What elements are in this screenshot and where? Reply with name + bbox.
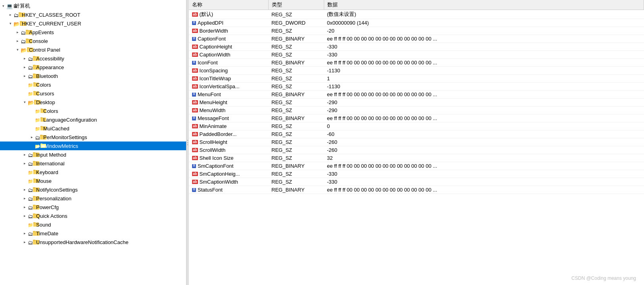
tree-label-notifyiconsettings: NotifyIconSettings (36, 187, 186, 193)
cell-type-13: REG_BINARY (268, 114, 324, 122)
table-row[interactable]: abMenuHeightREG_SZ-290 (189, 99, 644, 107)
tree-item-languageconfiguration[interactable]: LanguageConfiguration (0, 115, 186, 124)
reg-name: ScrollWidth (200, 147, 226, 153)
expand-btn-desktop[interactable]: ▾ (21, 100, 28, 104)
cell-type-19: REG_BINARY (268, 162, 324, 170)
expand-btn-hkey_current_user[interactable]: ▾ (7, 21, 13, 25)
expand-btn-accessibility[interactable]: ▸ (21, 56, 28, 60)
expand-btn-computer[interactable]: ▾ (0, 4, 6, 8)
ab-icon: ab (192, 140, 198, 144)
tree-item-desktop[interactable]: ▾Desktop (0, 98, 186, 107)
table-row[interactable]: ⠿IconFontREG_BINARYee ff ff ff 00 00 00 … (189, 59, 644, 67)
expand-btn-control_panel[interactable]: ▾ (14, 48, 21, 52)
tree-item-powercfg[interactable]: ▸PowerCfg (0, 203, 186, 211)
ab-icon: ab (192, 68, 198, 73)
table-row[interactable]: abMenuWidthREG_SZ-290 (189, 107, 644, 114)
cell-name-2: abBorderWidth (189, 27, 268, 35)
tree-item-accessibility[interactable]: ▸Accessibility (0, 54, 186, 63)
tree-item-international[interactable]: ▸International (0, 159, 186, 168)
expand-btn-unsupported[interactable]: ▸ (21, 240, 28, 244)
tree-label-sound: Sound (36, 222, 186, 228)
expand-btn-timedate[interactable]: ▸ (21, 231, 28, 235)
expand-btn-console[interactable]: ▸ (14, 39, 21, 43)
folder-icon-console (21, 38, 28, 45)
expand-btn-permonitorsettings[interactable]: ▸ (29, 135, 35, 139)
table-row[interactable]: abSmCaptionHeig...REG_SZ-330 (189, 170, 644, 178)
tree-item-muicached[interactable]: MuiCached (0, 124, 186, 133)
tree-item-notifyiconsettings[interactable]: ▸NotifyIconSettings (0, 185, 186, 194)
tree-item-bluetooth[interactable]: ▸Bluetooth (0, 72, 186, 80)
table-row[interactable]: abCaptionHeightREG_SZ-330 (189, 43, 644, 51)
folder-icon-cursors (28, 91, 35, 97)
tree-item-cursors[interactable]: Cursors (0, 89, 186, 98)
table-row[interactable]: abBorderWidthREG_SZ-20 (189, 27, 644, 35)
tree-item-control_panel[interactable]: ▾Control Panel (0, 45, 186, 54)
folder-icon-permonitorsettings (35, 134, 42, 141)
tree-item-permonitorsettings[interactable]: ▸PerMonitorSettings (0, 133, 186, 142)
cell-data-9: -1130 (324, 83, 644, 91)
tree-item-sound[interactable]: Sound (0, 220, 186, 229)
expand-btn-appearance[interactable]: ▸ (21, 65, 28, 69)
ab-icon: ab (192, 12, 198, 17)
tree-item-colors[interactable]: Colors (0, 80, 186, 89)
expand-btn-hkey_classes_root[interactable]: ▸ (7, 13, 13, 17)
tree-item-mouse[interactable]: Mouse (0, 176, 186, 185)
reg-name: SmCaptionWidth (200, 179, 238, 185)
tree-item-quick_actions[interactable]: ▸Quick Actions (0, 211, 186, 220)
col-type: 类型 (268, 0, 324, 10)
tree-label-muicached: MuiCached (43, 126, 186, 132)
tree-item-timedate[interactable]: ▸TimeDate (0, 229, 186, 238)
table-row[interactable]: ⠿StatusFontREG_BINARYee ff ff ff 00 00 0… (189, 186, 644, 194)
table-row[interactable]: abScrollHeightREG_SZ-260 (189, 138, 644, 146)
table-row[interactable]: abScrollWidthREG_SZ-260 (189, 146, 644, 154)
table-row[interactable]: ⠿MenuFontREG_BINARYee ff ff ff 00 00 00 … (189, 91, 644, 99)
tree-item-hkey_current_user[interactable]: ▾HKEY_CURRENT_USER (0, 19, 186, 28)
table-row[interactable]: abShell Icon SizeREG_SZ32 (189, 154, 644, 162)
tree-item-unsupported[interactable]: ▸UnsupportedHardwareNotificationCache (0, 238, 186, 246)
tree-item-keyboard[interactable]: Keyboard (0, 168, 186, 176)
table-row[interactable]: ⠿AppliedDPIREG_DWORD0x00000090 (144) (189, 19, 644, 27)
tree-label-timedate: TimeDate (36, 231, 186, 237)
tree-item-colors2[interactable]: Colors (0, 107, 186, 115)
expand-btn-bluetooth[interactable]: ▸ (21, 74, 28, 78)
table-row[interactable]: abIconTitleWrapREG_SZ1 (189, 75, 644, 83)
expand-btn-input_method[interactable]: ▸ (21, 153, 28, 157)
expand-btn-appevents[interactable]: ▸ (14, 30, 21, 34)
ab-icon: ab (192, 156, 198, 160)
expand-btn-international[interactable]: ▸ (21, 161, 28, 165)
expand-btn-personalization[interactable]: ▸ (21, 196, 28, 200)
folder-icon-bluetooth (28, 73, 35, 79)
tree-item-input_method[interactable]: ▸Input Method (0, 150, 186, 159)
table-row[interactable]: abIconSpacingREG_SZ-1130 (189, 67, 644, 75)
expand-btn-powercfg[interactable]: ▸ (21, 205, 28, 209)
folder-icon-personalization (28, 195, 35, 202)
cell-data-18: 32 (324, 154, 644, 162)
table-row[interactable]: ab(默认)REG_SZ(数值未设置) (189, 10, 644, 19)
table-row[interactable]: abPaddedBorder...REG_SZ-60 (189, 130, 644, 138)
expand-btn-quick_actions[interactable]: ▸ (21, 214, 28, 218)
cell-type-22: REG_BINARY (268, 186, 324, 194)
tree-label-personalization: Personalization (36, 196, 186, 202)
tree-item-windowmetrics[interactable]: WindowMetrics (0, 142, 186, 150)
reg-name: IconTitleWrap (200, 76, 231, 81)
tree-item-appevents[interactable]: ▸AppEvents (0, 28, 186, 37)
tree-item-personalization[interactable]: ▸Personalization (0, 194, 186, 203)
tree-item-console[interactable]: ▸Console (0, 37, 186, 45)
table-row[interactable]: abIconVerticalSpa...REG_SZ-1130 (189, 83, 644, 91)
cell-type-1: REG_DWORD (268, 19, 324, 27)
tree-item-computer[interactable]: ▾🖥计算机 (0, 2, 186, 10)
tree-label-console: Console (29, 38, 186, 44)
table-row[interactable]: abCaptionWidthREG_SZ-330 (189, 51, 644, 59)
tree-item-hkey_classes_root[interactable]: ▸HKEY_CLASSES_ROOT (0, 10, 186, 19)
cell-name-13: ⠿MessageFont (189, 114, 268, 122)
table-row[interactable]: ⠿MessageFontREG_BINARYee ff ff ff 00 00 … (189, 114, 644, 122)
svg-rect-37 (33, 91, 35, 92)
table-row[interactable]: ⠿SmCaptionFontREG_BINARYee ff ff ff 00 0… (189, 162, 644, 170)
tree-item-appearance[interactable]: ▸Appearance (0, 63, 186, 72)
expand-btn-notifyiconsettings[interactable]: ▸ (21, 188, 28, 192)
cell-type-20: REG_SZ (268, 170, 324, 178)
table-row[interactable]: ⠿CaptionFontREG_BINARYee ff ff ff 00 00 … (189, 35, 644, 43)
table-row[interactable]: abMinAnimateREG_SZ0 (189, 122, 644, 130)
reg-name: MinAnimate (200, 123, 227, 129)
table-row[interactable]: abSmCaptionWidthREG_SZ-330 (189, 178, 644, 186)
